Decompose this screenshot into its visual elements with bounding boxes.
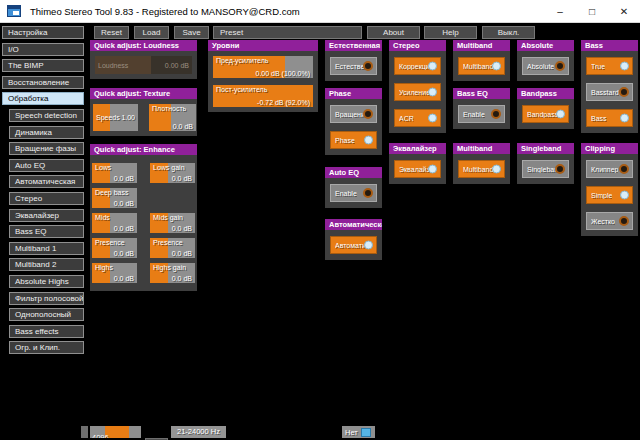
mids-gain-slider[interactable]: Mids gain0.0 dB bbox=[150, 213, 195, 233]
sidebar-item-limiter-clipper[interactable]: Огр. и Клип. bbox=[9, 341, 84, 354]
frequency-range-label[interactable]: 21-24000 Hz bbox=[171, 426, 226, 438]
toggle-knob bbox=[556, 110, 565, 119]
singleband-toggle[interactable]: Singleband bbox=[522, 160, 569, 178]
sidebar-item-settings[interactable]: Настройка bbox=[2, 26, 84, 39]
panel-row: Presence0.0 dBPresence0.0 dB bbox=[92, 238, 195, 258]
speeds-slider[interactable]: Speeds1.00 bbox=[93, 104, 138, 131]
fft-size-slider[interactable]: 4096 bbox=[90, 426, 141, 438]
multiband-1-toggle[interactable]: Multiband bbox=[458, 57, 505, 75]
post-amp-slider[interactable]: Пост-усилитель-0.72 dB (92.0%) bbox=[213, 85, 313, 107]
toggle-label: Multiband bbox=[463, 63, 493, 70]
panel-phase: PhaseВращениеPhase bbox=[325, 88, 382, 155]
panel-body: Multiband bbox=[453, 51, 510, 81]
toggle-label: Bass bbox=[591, 115, 607, 122]
sidebar-item-singleband[interactable]: Однополосный bbox=[9, 308, 84, 321]
natural-dynamics-toggle[interactable]: Естественная bbox=[330, 57, 377, 75]
toggle-label: Коррекция bbox=[399, 63, 430, 70]
highs-slider[interactable]: Highs0.0 dB bbox=[92, 263, 137, 283]
sidebar-item-absolute-highs[interactable]: Absolute Highs bbox=[9, 275, 84, 288]
panel-row: Singleband bbox=[522, 160, 569, 178]
sidebar-item-bass-eq[interactable]: Bass EQ bbox=[9, 225, 84, 238]
acr-toggle[interactable]: ACR bbox=[394, 109, 441, 127]
sidebar-item-equalizer[interactable]: Эквалайзер bbox=[9, 209, 84, 222]
preset-button[interactable]: Preset bbox=[213, 26, 362, 39]
off-button[interactable]: Выкл. bbox=[482, 26, 535, 39]
reset-button[interactable]: Reset bbox=[94, 26, 129, 39]
auto-dynamics-toggle[interactable]: Автоматич bbox=[330, 236, 377, 254]
window-controls: – □ ✕ bbox=[544, 0, 640, 22]
sidebar-item-processing[interactable]: Обработка bbox=[2, 92, 84, 105]
presence-slider[interactable]: Presence0.0 dB bbox=[92, 238, 137, 258]
panel-body: TrueBasstardBass bbox=[581, 51, 638, 133]
phase-toggle[interactable]: Phase bbox=[330, 131, 377, 149]
latency-toggle[interactable]: Нет bbox=[342, 426, 375, 438]
panel-title-bandpass: Bandpass bbox=[517, 88, 574, 99]
window-title: Thimeo Stereo Tool 9.83 - Registered to … bbox=[30, 6, 300, 17]
panel-row: Lows0.0 dBLows gain0.0 dB bbox=[92, 163, 195, 183]
sidebar-item-io[interactable]: I/O bbox=[2, 43, 84, 56]
panel-row: ACR bbox=[394, 109, 441, 127]
panel-row: Multiband bbox=[458, 160, 505, 178]
sidebar-item-repair[interactable]: Восстановление bbox=[2, 76, 84, 89]
bass-toggle[interactable]: Bass bbox=[586, 109, 633, 127]
panel-row: Mids0.0 dBMids gain0.0 dB bbox=[92, 213, 195, 233]
phase-rotation-toggle[interactable]: Вращение bbox=[330, 105, 377, 123]
close-button[interactable]: ✕ bbox=[608, 0, 640, 22]
sidebar-item-bass-effects[interactable]: Bass effects bbox=[9, 325, 84, 338]
stereo-tool-window: Thimeo Stereo Tool 9.83 - Registered to … bbox=[0, 0, 640, 440]
sidebar-item-speech-detection[interactable]: Speech detection bbox=[9, 109, 84, 122]
sidebar-item-stereo[interactable]: Стерео bbox=[9, 192, 84, 205]
bandpass-toggle[interactable]: Bandpass bbox=[522, 105, 569, 123]
auto-eq-enable-toggle[interactable]: Enable bbox=[330, 184, 377, 202]
simple-clip-toggle[interactable]: Simple bbox=[586, 186, 633, 204]
toggle-knob bbox=[620, 191, 629, 200]
toggle-label: Вращение bbox=[335, 111, 366, 118]
sidebar-item-auto-eq[interactable]: Auto EQ bbox=[9, 159, 84, 172]
sidebar-item-multiband-1[interactable]: Multiband 1 bbox=[9, 242, 84, 255]
save-button[interactable]: Save bbox=[174, 26, 209, 39]
hard-clip-toggle[interactable]: Жестко bbox=[586, 212, 633, 230]
correction-toggle[interactable]: Коррекция bbox=[394, 57, 441, 75]
pre-amp-slider[interactable]: Пред-усилитель0.00 dB (100.0%) bbox=[213, 56, 313, 78]
toggle-knob bbox=[492, 165, 501, 174]
sidebar-item-multiband-2[interactable]: Multiband 2 bbox=[9, 258, 84, 271]
sidebar-item-dynamics[interactable]: Динамика bbox=[9, 126, 84, 139]
density-slider[interactable]: Плотность0.0 dB bbox=[149, 104, 196, 131]
loudness-slider[interactable]: Loudness0.00 dB bbox=[95, 56, 192, 74]
mids-slider[interactable]: Mids0.0 dB bbox=[92, 213, 137, 233]
latency-knob bbox=[361, 428, 371, 437]
panel-auto-dynamics: АвтоматическаяАвтоматич bbox=[325, 219, 382, 260]
panel-title-singleband: Singleband bbox=[517, 143, 574, 154]
basstard-toggle[interactable]: Basstard bbox=[586, 83, 633, 101]
toggle-knob bbox=[363, 109, 373, 119]
maximize-button[interactable]: □ bbox=[576, 0, 608, 22]
deep-bass-slider[interactable]: Deep bass0.0 dB bbox=[92, 188, 137, 208]
panel-title-clipping: Clipping bbox=[581, 143, 638, 154]
lows-slider[interactable]: Lows0.0 dB bbox=[92, 163, 137, 183]
presence-gain-slider[interactable]: Presence0.0 dB bbox=[150, 238, 195, 258]
lows-gain-slider[interactable]: Lows gain0.0 dB bbox=[150, 163, 195, 183]
panel-absolute: AbsoluteAbsolute bbox=[517, 40, 574, 81]
sidebar-item-the-bimp[interactable]: The BIMP bbox=[2, 59, 84, 72]
help-button[interactable]: Help bbox=[424, 26, 477, 39]
minimize-button[interactable]: – bbox=[544, 0, 576, 22]
true-bass-toggle[interactable]: True bbox=[586, 57, 633, 75]
absolute-toggle[interactable]: Absolute bbox=[522, 57, 569, 75]
slider-label: Speeds bbox=[96, 114, 120, 121]
boost-toggle[interactable]: Усиление bbox=[394, 83, 441, 101]
sidebar-item-auto-dynamics[interactable]: Автоматическая bbox=[9, 175, 84, 188]
toggle-label: Жестко bbox=[591, 218, 615, 225]
about-button[interactable]: About bbox=[367, 26, 420, 39]
highs-gain-slider[interactable]: Highs gain0.0 dB bbox=[150, 263, 195, 283]
panel-title-stereo: Стерео bbox=[389, 40, 446, 51]
statusbar-handle[interactable] bbox=[81, 426, 88, 438]
sidebar-item-bandpass-filter[interactable]: Фильтр полосовой bbox=[9, 292, 84, 305]
slider-label: Loudness bbox=[98, 62, 128, 69]
toggle-label: Absolute bbox=[527, 63, 554, 70]
sidebar-item-phase-rotation[interactable]: Вращение фазы bbox=[9, 142, 84, 155]
multiband-2-toggle[interactable]: Multiband bbox=[458, 160, 505, 178]
bass-eq-enable-toggle[interactable]: Enable bbox=[458, 105, 505, 123]
equalizer-toggle[interactable]: Эквалайзер bbox=[394, 160, 441, 178]
load-button[interactable]: Load bbox=[134, 26, 169, 39]
clipper-toggle[interactable]: Клиппер bbox=[586, 160, 633, 178]
